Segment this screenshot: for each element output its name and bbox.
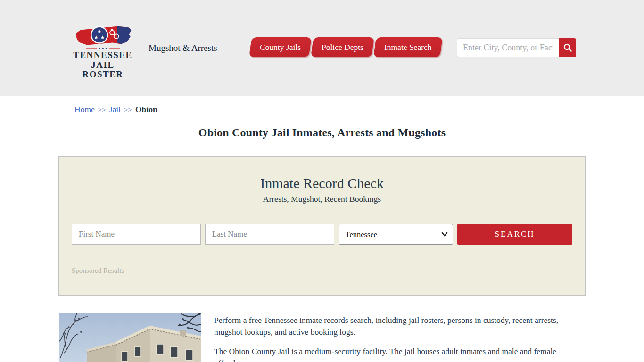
svg-text:★: ★ <box>97 28 101 34</box>
inmate-record-check-panel: Inmate Record Check Arrests, Mugshot, Re… <box>58 156 586 296</box>
site-header: ★ ★ ★ TENNESSEE JAIL ROSTER <box>0 0 644 96</box>
facility-search-input[interactable] <box>457 38 559 57</box>
first-name-input[interactable] <box>72 224 201 245</box>
logo-text-line1: TENNESSEE <box>72 50 133 60</box>
site-tagline: Mugshot & Arrests <box>149 43 217 53</box>
record-search-button[interactable]: SEARCH <box>457 224 572 245</box>
jail-building-photo <box>59 313 201 362</box>
nav-county-jails-button[interactable]: County Jails <box>249 37 312 57</box>
nav-inmate-search-button[interactable]: Inmate Search <box>373 37 442 57</box>
intro-copy: Perform a free Tennessee inmate records … <box>214 313 571 362</box>
state-select-wrap: Tennessee <box>339 224 454 245</box>
panel-subtitle: Arrests, Mugshot, Recent Bookings <box>59 194 585 204</box>
record-check-form: Tennessee SEARCH <box>59 224 585 245</box>
tennessee-state-icon: ★ ★ ★ <box>73 22 133 50</box>
breadcrumb-separator: >> <box>124 106 132 114</box>
last-name-input[interactable] <box>205 224 334 245</box>
breadcrumb-current: Obion <box>135 105 157 114</box>
intro-paragraph-1: Perform a free Tennessee inmate records … <box>214 314 571 338</box>
page-title: Obion County Jail Inmates, Arrests and M… <box>58 126 586 139</box>
main-nav: County Jails Police Depts Inmate Search <box>250 37 441 57</box>
breadcrumb-jail-link[interactable]: Jail <box>109 105 121 114</box>
logo-text-line2: JAIL ROSTER <box>72 60 133 80</box>
svg-text:★: ★ <box>94 34 99 41</box>
header-search <box>457 38 576 57</box>
sponsored-results-label: Sponsored Results <box>59 267 585 275</box>
search-icon <box>563 43 572 52</box>
breadcrumb: Home>>Jail>>Obion <box>58 105 586 115</box>
state-select[interactable]: Tennessee <box>339 224 454 245</box>
panel-title: Inmate Record Check <box>59 175 585 191</box>
content-section: Perform a free Tennessee inmate records … <box>58 313 586 362</box>
breadcrumb-home-link[interactable]: Home <box>74 105 95 114</box>
intro-paragraph-2: The Obion County Jail is a medium-securi… <box>214 346 571 362</box>
svg-text:★: ★ <box>100 34 105 41</box>
search-submit-button[interactable] <box>559 38 576 57</box>
nav-police-depts-button[interactable]: Police Depts <box>311 37 374 57</box>
site-logo[interactable]: ★ ★ ★ TENNESSEE JAIL ROSTER <box>72 22 133 80</box>
breadcrumb-separator: >> <box>98 106 106 114</box>
